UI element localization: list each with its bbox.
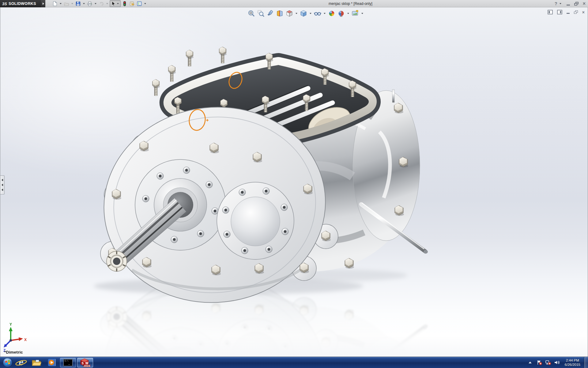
edit-appearance-button[interactable] bbox=[327, 9, 336, 18]
help-dropdown-arrow[interactable] bbox=[560, 3, 561, 4]
view-settings-button[interactable] bbox=[351, 9, 360, 18]
select-button[interactable] bbox=[110, 0, 121, 7]
clock-date: 6/26/2015 bbox=[565, 362, 580, 367]
window-controls: ? × bbox=[555, 0, 586, 7]
restore-button[interactable] bbox=[574, 2, 579, 6]
command-prompt-icon: C:\ _ bbox=[63, 359, 73, 366]
zoom-to-fit-icon bbox=[247, 10, 255, 17]
graphics-area[interactable]: Y X Z bbox=[0, 7, 588, 357]
doc-minimize-button[interactable] bbox=[567, 13, 570, 14]
ds-logo-mark-icon: 3S bbox=[2, 2, 7, 6]
scene-ball-icon bbox=[337, 10, 345, 17]
expand-pane-arrow-icon bbox=[2, 184, 3, 186]
open-folder-icon bbox=[64, 1, 69, 6]
eyeglasses-icon bbox=[314, 10, 322, 17]
expand-pane-arrow-icon bbox=[2, 189, 3, 191]
show-hidden-icons-button[interactable] bbox=[529, 362, 532, 363]
appearance-ball-icon bbox=[328, 10, 336, 17]
undo-button[interactable] bbox=[98, 0, 105, 7]
show-right-pane-button[interactable] bbox=[557, 10, 562, 14]
windows-taskbar: e C:\ _ bbox=[0, 357, 588, 368]
new-button[interactable] bbox=[51, 0, 58, 7]
open-dropdown-arrow bbox=[71, 3, 73, 4]
doc-restore-button[interactable] bbox=[574, 10, 578, 14]
standard-toolbar bbox=[51, 0, 147, 7]
show-left-pane-button[interactable] bbox=[548, 10, 553, 14]
flyout-arrow-icon bbox=[43, 2, 44, 5]
save-button[interactable] bbox=[75, 0, 81, 7]
display-style-cube-icon bbox=[300, 10, 307, 17]
hide-show-items-dropdown-arrow[interactable] bbox=[324, 13, 326, 14]
taskbar-clock[interactable]: 2:44 PM 6/26/2015 bbox=[565, 358, 580, 367]
orientation-triad: Y X Z bbox=[3, 322, 27, 353]
display-style-button[interactable] bbox=[299, 9, 308, 18]
select-cursor-icon bbox=[111, 1, 116, 6]
view-orientation-label: *Dimetric bbox=[4, 350, 23, 355]
start-button[interactable] bbox=[2, 357, 13, 368]
printer-icon bbox=[87, 1, 92, 6]
menu-flyout-button[interactable] bbox=[41, 0, 45, 7]
view-orientation-cube-icon bbox=[285, 10, 293, 17]
document-window-controls: × bbox=[548, 10, 585, 14]
previous-view-button[interactable] bbox=[266, 9, 275, 18]
volume-icon[interactable] bbox=[554, 360, 560, 365]
options-checklist-icon bbox=[137, 1, 142, 6]
taskbar-media-player[interactable] bbox=[44, 357, 59, 368]
view-settings-monitor-icon bbox=[351, 10, 359, 17]
zoom-to-area-icon bbox=[257, 10, 265, 17]
sw-year-label: 2015 bbox=[83, 364, 90, 367]
rebuild-traffic-light-icon bbox=[122, 1, 127, 6]
print-button[interactable] bbox=[86, 0, 93, 7]
network-disconnected-icon[interactable] bbox=[545, 360, 551, 365]
options-button[interactable] bbox=[136, 0, 143, 7]
section-view-icon bbox=[276, 10, 284, 17]
section-view-button[interactable] bbox=[276, 9, 284, 18]
select-dropdown-arrow[interactable] bbox=[117, 3, 119, 4]
print-dropdown-arrow[interactable] bbox=[95, 3, 96, 4]
view-orientation-button[interactable] bbox=[285, 9, 294, 18]
save-dropdown-arrow[interactable] bbox=[83, 3, 85, 4]
action-center-flag-icon[interactable] bbox=[537, 360, 542, 365]
zoom-to-fit-button[interactable] bbox=[247, 9, 256, 18]
solidworks-logo[interactable]: 3S SOLIDWORKS bbox=[0, 0, 41, 7]
media-player-icon bbox=[47, 358, 56, 367]
display-style-dropdown-arrow[interactable] bbox=[310, 13, 311, 14]
windows-start-orb-icon bbox=[2, 357, 13, 368]
clock-time: 2:44 PM bbox=[565, 358, 580, 362]
taskbar-windows-explorer[interactable] bbox=[29, 357, 44, 368]
doc-close-button[interactable]: × bbox=[582, 10, 585, 14]
options-dropdown-arrow[interactable] bbox=[144, 3, 146, 4]
close-button[interactable]: × bbox=[583, 1, 586, 6]
view-settings-dropdown-arrow[interactable] bbox=[361, 13, 363, 14]
minimize-button[interactable] bbox=[567, 5, 570, 6]
solidworks-logo-text: SOLIDWORKS bbox=[9, 2, 36, 6]
apply-scene-dropdown-arrow[interactable] bbox=[347, 13, 349, 14]
file-properties-button[interactable] bbox=[129, 0, 135, 7]
apply-scene-button[interactable] bbox=[337, 9, 345, 18]
triad-y-label: Y bbox=[9, 322, 12, 327]
zoom-to-area-button[interactable] bbox=[257, 9, 265, 18]
triad-x-label: X bbox=[24, 338, 27, 342]
new-document-icon bbox=[52, 1, 58, 6]
help-button[interactable]: ? bbox=[555, 1, 562, 6]
solidworks-2015-icon: S W 2015 bbox=[80, 358, 91, 367]
rebuild-button[interactable] bbox=[121, 0, 128, 7]
3d-scene[interactable]: Y X Z bbox=[0, 7, 588, 357]
new-dropdown-arrow[interactable] bbox=[60, 3, 62, 4]
view-orientation-dropdown-arrow[interactable] bbox=[296, 13, 297, 14]
undo-dropdown-arrow bbox=[106, 3, 108, 4]
hide-show-items-button[interactable] bbox=[313, 9, 322, 18]
taskbar-solidworks-2015[interactable]: S W 2015 bbox=[77, 358, 93, 367]
ie-orbit-icon bbox=[15, 360, 27, 366]
cmd-prompt-text: C:\ bbox=[65, 360, 69, 362]
side-cover-dome[interactable] bbox=[217, 182, 294, 259]
help-icon: ? bbox=[555, 1, 557, 6]
show-desktop-button[interactable] bbox=[584, 357, 588, 368]
taskbar-command-prompt[interactable]: C:\ _ bbox=[60, 358, 76, 367]
folder-icon bbox=[32, 358, 41, 366]
featuremanager-collapsed-tab[interactable] bbox=[0, 175, 5, 194]
open-button[interactable] bbox=[63, 0, 70, 7]
solidworks-window: 3S SOLIDWORKS bbox=[0, 0, 588, 368]
taskbar-internet-explorer[interactable]: e bbox=[13, 357, 29, 368]
headsup-view-toolbar bbox=[247, 9, 364, 18]
